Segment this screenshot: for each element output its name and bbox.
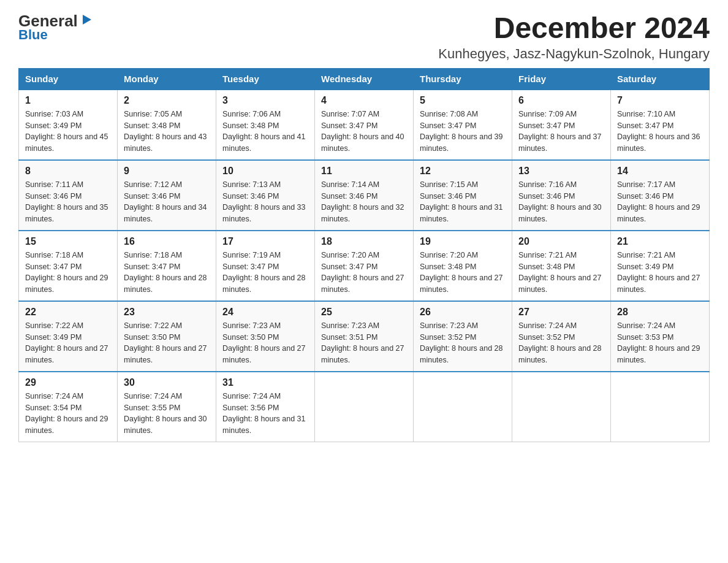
- calendar-week-row: 15Sunrise: 7:18 AMSunset: 3:47 PMDayligh…: [19, 231, 710, 301]
- day-number: 14: [617, 166, 703, 177]
- day-info: Sunrise: 7:23 AMSunset: 3:51 PMDaylight:…: [321, 320, 407, 366]
- day-number: 17: [222, 236, 308, 247]
- day-number: 21: [617, 236, 703, 247]
- table-row: 23Sunrise: 7:22 AMSunset: 3:50 PMDayligh…: [118, 301, 216, 372]
- day-info: Sunrise: 7:22 AMSunset: 3:50 PMDaylight:…: [124, 320, 210, 366]
- day-number: 4: [321, 95, 407, 106]
- table-row: 3Sunrise: 7:06 AMSunset: 3:48 PMDaylight…: [216, 90, 315, 160]
- day-number: 11: [321, 166, 407, 177]
- table-row: 24Sunrise: 7:23 AMSunset: 3:50 PMDayligh…: [216, 301, 315, 372]
- day-number: 31: [222, 377, 308, 388]
- day-number: 29: [25, 377, 111, 388]
- table-row: 16Sunrise: 7:18 AMSunset: 3:47 PMDayligh…: [118, 231, 216, 301]
- day-number: 19: [420, 236, 506, 247]
- day-info: Sunrise: 7:21 AMSunset: 3:49 PMDaylight:…: [617, 250, 703, 296]
- day-number: 12: [420, 166, 506, 177]
- table-row: 5Sunrise: 7:08 AMSunset: 3:47 PMDaylight…: [414, 90, 512, 160]
- svg-marker-0: [83, 15, 91, 25]
- day-info: Sunrise: 7:21 AMSunset: 3:48 PMDaylight:…: [518, 250, 604, 296]
- page-header: General Blue December 2024 Kunhegyes, Ja…: [18, 12, 710, 62]
- day-info: Sunrise: 7:15 AMSunset: 3:46 PMDaylight:…: [420, 179, 506, 225]
- col-thursday: Thursday: [414, 68, 512, 90]
- day-number: 18: [321, 236, 407, 247]
- day-info: Sunrise: 7:20 AMSunset: 3:48 PMDaylight:…: [420, 250, 506, 296]
- table-row: 6Sunrise: 7:09 AMSunset: 3:47 PMDaylight…: [512, 90, 611, 160]
- day-number: 6: [518, 95, 604, 106]
- day-info: Sunrise: 7:17 AMSunset: 3:46 PMDaylight:…: [617, 179, 703, 225]
- day-info: Sunrise: 7:16 AMSunset: 3:46 PMDaylight:…: [518, 179, 604, 225]
- table-row: 7Sunrise: 7:10 AMSunset: 3:47 PMDaylight…: [611, 90, 710, 160]
- day-info: Sunrise: 7:23 AMSunset: 3:52 PMDaylight:…: [420, 320, 506, 366]
- day-number: 1: [25, 95, 111, 106]
- title-block: December 2024 Kunhegyes, Jasz-Nagykun-Sz…: [438, 12, 710, 62]
- table-row: [611, 372, 710, 442]
- day-number: 28: [617, 307, 703, 318]
- table-row: 17Sunrise: 7:19 AMSunset: 3:47 PMDayligh…: [216, 231, 315, 301]
- day-info: Sunrise: 7:18 AMSunset: 3:47 PMDaylight:…: [124, 250, 210, 296]
- col-monday: Monday: [118, 68, 216, 90]
- day-info: Sunrise: 7:12 AMSunset: 3:46 PMDaylight:…: [124, 179, 210, 225]
- table-row: 22Sunrise: 7:22 AMSunset: 3:49 PMDayligh…: [19, 301, 118, 372]
- day-info: Sunrise: 7:08 AMSunset: 3:47 PMDaylight:…: [420, 109, 506, 155]
- day-number: 5: [420, 95, 506, 106]
- day-info: Sunrise: 7:09 AMSunset: 3:47 PMDaylight:…: [518, 109, 604, 155]
- day-number: 15: [25, 236, 111, 247]
- day-number: 27: [518, 307, 604, 318]
- day-info: Sunrise: 7:24 AMSunset: 3:53 PMDaylight:…: [617, 320, 703, 366]
- day-info: Sunrise: 7:14 AMSunset: 3:46 PMDaylight:…: [321, 179, 407, 225]
- table-row: 30Sunrise: 7:24 AMSunset: 3:55 PMDayligh…: [118, 372, 216, 442]
- day-info: Sunrise: 7:03 AMSunset: 3:49 PMDaylight:…: [25, 109, 111, 155]
- table-row: 25Sunrise: 7:23 AMSunset: 3:51 PMDayligh…: [315, 301, 414, 372]
- calendar-week-row: 22Sunrise: 7:22 AMSunset: 3:49 PMDayligh…: [19, 301, 710, 372]
- table-row: 15Sunrise: 7:18 AMSunset: 3:47 PMDayligh…: [19, 231, 118, 301]
- table-row: 21Sunrise: 7:21 AMSunset: 3:49 PMDayligh…: [611, 231, 710, 301]
- day-info: Sunrise: 7:23 AMSunset: 3:50 PMDaylight:…: [222, 320, 308, 366]
- day-number: 8: [25, 166, 111, 177]
- calendar-header-row: Sunday Monday Tuesday Wednesday Thursday…: [19, 68, 710, 90]
- day-info: Sunrise: 7:24 AMSunset: 3:52 PMDaylight:…: [518, 320, 604, 366]
- day-number: 22: [25, 307, 111, 318]
- day-info: Sunrise: 7:18 AMSunset: 3:47 PMDaylight:…: [25, 250, 111, 296]
- table-row: 14Sunrise: 7:17 AMSunset: 3:46 PMDayligh…: [611, 160, 710, 231]
- day-number: 26: [420, 307, 506, 318]
- table-row: 11Sunrise: 7:14 AMSunset: 3:46 PMDayligh…: [315, 160, 414, 231]
- day-info: Sunrise: 7:06 AMSunset: 3:48 PMDaylight:…: [222, 109, 308, 155]
- day-info: Sunrise: 7:24 AMSunset: 3:54 PMDaylight:…: [25, 391, 111, 437]
- table-row: 29Sunrise: 7:24 AMSunset: 3:54 PMDayligh…: [19, 372, 118, 442]
- day-info: Sunrise: 7:07 AMSunset: 3:47 PMDaylight:…: [321, 109, 407, 155]
- col-tuesday: Tuesday: [216, 68, 315, 90]
- logo: General Blue: [18, 12, 93, 43]
- day-info: Sunrise: 7:22 AMSunset: 3:49 PMDaylight:…: [25, 320, 111, 366]
- day-info: Sunrise: 7:05 AMSunset: 3:48 PMDaylight:…: [124, 109, 210, 155]
- table-row: 28Sunrise: 7:24 AMSunset: 3:53 PMDayligh…: [611, 301, 710, 372]
- table-row: 31Sunrise: 7:24 AMSunset: 3:56 PMDayligh…: [216, 372, 315, 442]
- day-info: Sunrise: 7:24 AMSunset: 3:56 PMDaylight:…: [222, 391, 308, 437]
- day-info: Sunrise: 7:24 AMSunset: 3:55 PMDaylight:…: [124, 391, 210, 437]
- col-saturday: Saturday: [611, 68, 710, 90]
- table-row: 2Sunrise: 7:05 AMSunset: 3:48 PMDaylight…: [118, 90, 216, 160]
- day-info: Sunrise: 7:13 AMSunset: 3:46 PMDaylight:…: [222, 179, 308, 225]
- calendar-week-row: 29Sunrise: 7:24 AMSunset: 3:54 PMDayligh…: [19, 372, 710, 442]
- day-info: Sunrise: 7:19 AMSunset: 3:47 PMDaylight:…: [222, 250, 308, 296]
- table-row: 19Sunrise: 7:20 AMSunset: 3:48 PMDayligh…: [414, 231, 512, 301]
- day-number: 24: [222, 307, 308, 318]
- table-row: 12Sunrise: 7:15 AMSunset: 3:46 PMDayligh…: [414, 160, 512, 231]
- col-sunday: Sunday: [19, 68, 118, 90]
- day-number: 23: [124, 307, 210, 318]
- table-row: 10Sunrise: 7:13 AMSunset: 3:46 PMDayligh…: [216, 160, 315, 231]
- table-row: [315, 372, 414, 442]
- logo-arrow-icon: [79, 13, 93, 27]
- table-row: 8Sunrise: 7:11 AMSunset: 3:46 PMDaylight…: [19, 160, 118, 231]
- col-friday: Friday: [512, 68, 611, 90]
- table-row: [414, 372, 512, 442]
- day-number: 20: [518, 236, 604, 247]
- table-row: 27Sunrise: 7:24 AMSunset: 3:52 PMDayligh…: [512, 301, 611, 372]
- table-row: 20Sunrise: 7:21 AMSunset: 3:48 PMDayligh…: [512, 231, 611, 301]
- day-number: 3: [222, 95, 308, 106]
- table-row: 1Sunrise: 7:03 AMSunset: 3:49 PMDaylight…: [19, 90, 118, 160]
- day-number: 30: [124, 377, 210, 388]
- col-wednesday: Wednesday: [315, 68, 414, 90]
- table-row: [512, 372, 611, 442]
- day-info: Sunrise: 7:11 AMSunset: 3:46 PMDaylight:…: [25, 179, 111, 225]
- table-row: 26Sunrise: 7:23 AMSunset: 3:52 PMDayligh…: [414, 301, 512, 372]
